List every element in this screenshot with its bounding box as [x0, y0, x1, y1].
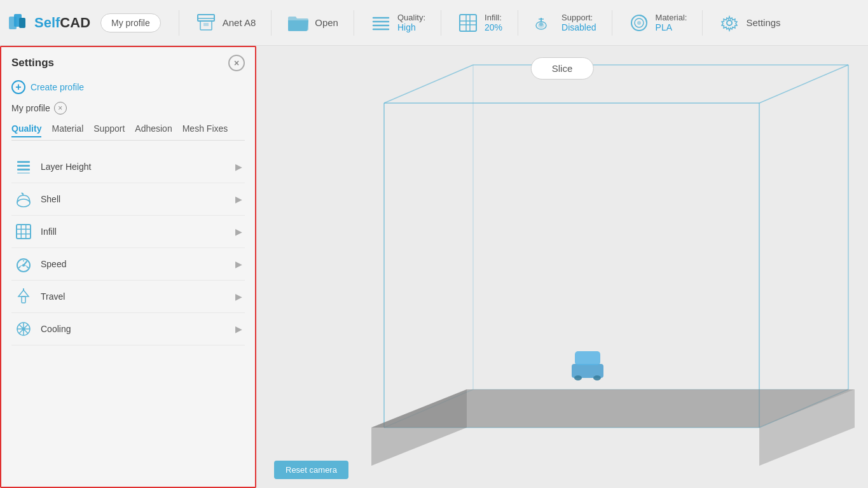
support-text: Support: Disabled — [561, 13, 596, 32]
travel-icon — [14, 287, 33, 306]
settings-gear-icon — [718, 11, 741, 34]
support-icon — [534, 11, 556, 34]
svg-rect-43 — [22, 296, 25, 303]
close-button[interactable]: × — [228, 55, 245, 71]
folder-icon — [287, 11, 310, 34]
open-label: Open — [315, 17, 338, 28]
cooling-chevron: ▶ — [235, 324, 242, 334]
3d-scene — [256, 46, 868, 488]
svg-line-57 — [759, 65, 848, 103]
svg-rect-32 — [17, 225, 31, 239]
layer-height-label: Layer Height — [41, 162, 91, 172]
profile-tag: My profile × — [11, 102, 245, 115]
printer-selector[interactable]: Anet A8 — [187, 8, 264, 38]
viewport: Slice — [256, 46, 868, 488]
travel-chevron: ▶ — [235, 291, 242, 302]
speed-chevron: ▶ — [235, 259, 242, 269]
create-profile-label: Create profile — [31, 82, 84, 92]
svg-rect-3 — [198, 15, 214, 21]
svg-point-70 — [593, 375, 601, 380]
layers-icon — [14, 157, 33, 176]
material-selector[interactable]: Material: PLA — [620, 8, 695, 38]
reset-camera-button[interactable]: Reset camera — [274, 461, 348, 479]
divider-5 — [518, 10, 518, 36]
menu-item-travel[interactable]: Travel ▶ — [11, 281, 245, 313]
speed-icon — [14, 254, 33, 274]
profile-name: My profile — [11, 103, 50, 113]
infill-text: Infill: 20% — [485, 13, 502, 32]
svg-rect-6 — [203, 23, 209, 26]
support-selector[interactable]: Support: Disabled — [526, 8, 603, 38]
infill-menu-icon — [14, 222, 33, 241]
infill-chevron: ▶ — [235, 227, 242, 237]
infill-selector[interactable]: Infill: 20% — [449, 8, 510, 38]
tab-material[interactable]: Material — [52, 123, 83, 137]
divider-4 — [441, 10, 441, 36]
settings-tabs: Quality Material Support Adhesion Mesh F… — [11, 123, 245, 141]
svg-rect-68 — [575, 351, 600, 365]
logo: SelfCAD — [8, 11, 90, 34]
slice-button[interactable]: Slice — [531, 57, 594, 80]
travel-label: Travel — [41, 291, 65, 302]
divider-1 — [179, 10, 179, 36]
printer-name: Anet A8 — [223, 17, 256, 28]
profile-tag-remove[interactable]: × — [54, 102, 67, 115]
cooling-label: Cooling — [41, 324, 71, 334]
svg-rect-25 — [17, 161, 30, 163]
svg-point-23 — [637, 21, 641, 25]
infill-topbar-icon — [457, 11, 479, 34]
svg-point-69 — [574, 375, 582, 380]
profile-button[interactable]: My profile — [100, 13, 161, 32]
topbar: SelfCAD My profile Anet A8 Open — [0, 0, 868, 46]
open-button[interactable]: Open — [279, 8, 346, 38]
material-icon — [628, 11, 651, 34]
printer-icon — [195, 11, 217, 34]
material-text: Material: PLA — [656, 13, 687, 32]
settings-label: Settings — [746, 17, 780, 28]
svg-point-24 — [727, 20, 732, 25]
svg-rect-11 — [460, 15, 476, 31]
menu-item-layer-height[interactable]: Layer Height ▶ — [11, 151, 245, 183]
tab-quality[interactable]: Quality — [11, 123, 41, 137]
quality-icon — [369, 11, 392, 34]
svg-rect-28 — [17, 172, 30, 174]
svg-point-18 — [539, 22, 543, 26]
svg-rect-2 — [19, 18, 25, 28]
settings-button[interactable]: Settings — [710, 8, 788, 38]
settings-panel-title: Settings — [11, 57, 54, 69]
svg-line-56 — [384, 65, 473, 103]
tab-adhesion[interactable]: Adhesion — [135, 123, 172, 137]
infill-label: Infill — [41, 227, 57, 237]
scene-svg — [256, 46, 868, 488]
shell-chevron: ▶ — [235, 194, 242, 204]
menu-item-cooling[interactable]: Cooling ▶ — [11, 313, 245, 345]
divider-2 — [271, 10, 272, 36]
svg-rect-27 — [17, 169, 30, 171]
tab-mesh-fixes[interactable]: Mesh Fixes — [183, 123, 228, 137]
speed-label: Speed — [41, 259, 66, 269]
main-area: Settings × + Create profile My profile ×… — [0, 46, 868, 488]
plus-icon: + — [11, 80, 25, 94]
logo-icon — [8, 11, 31, 34]
quality-selector[interactable]: Quality: High — [362, 8, 433, 38]
cooling-icon — [14, 319, 33, 338]
menu-item-speed[interactable]: Speed ▶ — [11, 248, 245, 281]
menu-item-infill[interactable]: Infill ▶ — [11, 216, 245, 248]
svg-rect-26 — [17, 165, 30, 167]
divider-6 — [612, 10, 612, 36]
quality-text: Quality: High — [397, 13, 425, 32]
svg-point-39 — [22, 264, 25, 267]
divider-3 — [354, 10, 354, 36]
create-profile-button[interactable]: + Create profile — [11, 80, 245, 94]
divider-7 — [702, 10, 703, 36]
menu-item-shell[interactable]: Shell ▶ — [11, 183, 245, 216]
settings-panel: Settings × + Create profile My profile ×… — [0, 46, 256, 488]
logo-text: SelfCAD — [34, 15, 90, 31]
svg-point-50 — [22, 327, 25, 331]
settings-panel-header: Settings × — [11, 55, 245, 71]
svg-point-29 — [17, 199, 30, 207]
tab-support[interactable]: Support — [93, 123, 125, 137]
svg-marker-65 — [371, 389, 467, 466]
shell-icon — [14, 190, 33, 209]
shell-label: Shell — [41, 194, 60, 204]
